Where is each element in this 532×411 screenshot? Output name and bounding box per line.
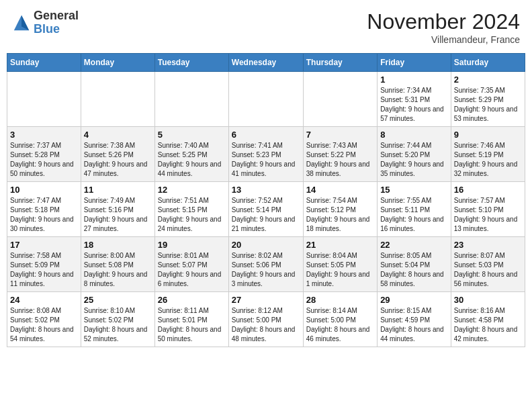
day-info: Sunrise: 8:07 AM Sunset: 5:03 PM Dayligh…: [454, 251, 522, 289]
calendar-day-cell: 22Sunrise: 8:05 AM Sunset: 5:04 PM Dayli…: [378, 237, 451, 292]
day-number: 8: [380, 130, 448, 140]
calendar-day-cell: 16Sunrise: 7:57 AM Sunset: 5:10 PM Dayli…: [451, 182, 525, 237]
calendar-day-cell: 19Sunrise: 8:01 AM Sunset: 5:07 PM Dayli…: [154, 237, 228, 292]
day-info: Sunrise: 7:41 AM Sunset: 5:23 PM Dayligh…: [232, 141, 300, 179]
calendar-day-cell: [81, 72, 154, 127]
day-info: Sunrise: 8:00 AM Sunset: 5:08 PM Dayligh…: [84, 251, 152, 289]
calendar-day-cell: [7, 72, 81, 127]
day-number: 22: [380, 240, 448, 250]
day-info: Sunrise: 7:47 AM Sunset: 5:18 PM Dayligh…: [10, 196, 78, 234]
day-number: 17: [10, 240, 78, 250]
day-number: 9: [454, 130, 522, 140]
day-number: 16: [454, 185, 522, 195]
weekday-header-saturday: Saturday: [451, 54, 525, 72]
day-info: Sunrise: 7:58 AM Sunset: 5:09 PM Dayligh…: [10, 251, 78, 289]
day-info: Sunrise: 7:43 AM Sunset: 5:22 PM Dayligh…: [306, 141, 374, 179]
day-number: 10: [10, 185, 78, 195]
day-number: 30: [454, 295, 522, 305]
day-info: Sunrise: 8:08 AM Sunset: 5:02 PM Dayligh…: [10, 306, 78, 344]
calendar-week-5: 24Sunrise: 8:08 AM Sunset: 5:02 PM Dayli…: [7, 292, 525, 347]
calendar-day-cell: 26Sunrise: 8:11 AM Sunset: 5:01 PM Dayli…: [154, 292, 228, 347]
day-info: Sunrise: 8:05 AM Sunset: 5:04 PM Dayligh…: [380, 251, 448, 289]
calendar-week-1: 1Sunrise: 7:34 AM Sunset: 5:31 PM Daylig…: [7, 72, 525, 127]
calendar-day-cell: 15Sunrise: 7:55 AM Sunset: 5:11 PM Dayli…: [378, 182, 451, 237]
day-number: 13: [232, 185, 300, 195]
day-info: Sunrise: 7:46 AM Sunset: 5:19 PM Dayligh…: [454, 141, 522, 179]
calendar-day-cell: 12Sunrise: 7:51 AM Sunset: 5:15 PM Dayli…: [154, 182, 228, 237]
day-info: Sunrise: 7:40 AM Sunset: 5:25 PM Dayligh…: [158, 141, 226, 179]
day-info: Sunrise: 8:02 AM Sunset: 5:06 PM Dayligh…: [232, 251, 300, 289]
day-number: 23: [454, 240, 522, 250]
calendar-day-cell: 17Sunrise: 7:58 AM Sunset: 5:09 PM Dayli…: [7, 237, 81, 292]
calendar-day-cell: 4Sunrise: 7:38 AM Sunset: 5:26 PM Daylig…: [81, 127, 154, 182]
calendar-week-2: 3Sunrise: 7:37 AM Sunset: 5:28 PM Daylig…: [7, 127, 525, 182]
weekday-header-monday: Monday: [81, 54, 154, 72]
day-info: Sunrise: 7:49 AM Sunset: 5:16 PM Dayligh…: [84, 196, 152, 234]
weekday-header-wednesday: Wednesday: [228, 54, 303, 72]
day-number: 24: [10, 295, 78, 305]
day-number: 18: [84, 240, 152, 250]
day-number: 3: [10, 130, 78, 140]
calendar-day-cell: 7Sunrise: 7:43 AM Sunset: 5:22 PM Daylig…: [303, 127, 377, 182]
day-info: Sunrise: 7:54 AM Sunset: 5:12 PM Dayligh…: [306, 196, 374, 234]
day-number: 28: [306, 295, 374, 305]
day-info: Sunrise: 7:44 AM Sunset: 5:20 PM Dayligh…: [380, 141, 448, 179]
day-info: Sunrise: 7:52 AM Sunset: 5:14 PM Dayligh…: [232, 196, 300, 234]
calendar-day-cell: [303, 72, 377, 127]
day-info: Sunrise: 7:57 AM Sunset: 5:10 PM Dayligh…: [454, 196, 522, 234]
day-number: 26: [158, 295, 226, 305]
calendar-day-cell: 23Sunrise: 8:07 AM Sunset: 5:03 PM Dayli…: [451, 237, 525, 292]
day-info: Sunrise: 7:37 AM Sunset: 5:28 PM Dayligh…: [10, 141, 78, 179]
calendar-day-cell: 6Sunrise: 7:41 AM Sunset: 5:23 PM Daylig…: [228, 127, 303, 182]
day-number: 11: [84, 185, 152, 195]
calendar-day-cell: 1Sunrise: 7:34 AM Sunset: 5:31 PM Daylig…: [378, 72, 451, 127]
day-number: 12: [158, 185, 226, 195]
day-number: 25: [84, 295, 152, 305]
calendar-day-cell: 18Sunrise: 8:00 AM Sunset: 5:08 PM Dayli…: [81, 237, 154, 292]
calendar-day-cell: 8Sunrise: 7:44 AM Sunset: 5:20 PM Daylig…: [378, 127, 451, 182]
logo-icon: [12, 13, 31, 32]
calendar-day-cell: [228, 72, 303, 127]
location-subtitle: Villemandeur, France: [367, 34, 520, 45]
calendar-day-cell: 28Sunrise: 8:14 AM Sunset: 5:00 PM Dayli…: [303, 292, 377, 347]
calendar-day-cell: 5Sunrise: 7:40 AM Sunset: 5:25 PM Daylig…: [154, 127, 228, 182]
logo-blue-text: Blue: [34, 23, 79, 36]
calendar-day-cell: 24Sunrise: 8:08 AM Sunset: 5:02 PM Dayli…: [7, 292, 81, 347]
day-number: 15: [380, 185, 448, 195]
calendar-week-4: 17Sunrise: 7:58 AM Sunset: 5:09 PM Dayli…: [7, 237, 525, 292]
calendar-day-cell: 29Sunrise: 8:15 AM Sunset: 4:59 PM Dayli…: [378, 292, 451, 347]
day-number: 20: [232, 240, 300, 250]
calendar-day-cell: [154, 72, 228, 127]
weekday-header-tuesday: Tuesday: [154, 54, 228, 72]
calendar-day-cell: 20Sunrise: 8:02 AM Sunset: 5:06 PM Dayli…: [228, 237, 303, 292]
calendar-day-cell: 30Sunrise: 8:16 AM Sunset: 4:58 PM Dayli…: [451, 292, 525, 347]
day-number: 19: [158, 240, 226, 250]
day-info: Sunrise: 7:51 AM Sunset: 5:15 PM Dayligh…: [158, 196, 226, 234]
day-number: 2: [454, 75, 522, 85]
calendar-day-cell: 13Sunrise: 7:52 AM Sunset: 5:14 PM Dayli…: [228, 182, 303, 237]
weekday-header-row: SundayMondayTuesdayWednesdayThursdayFrid…: [7, 54, 525, 72]
day-number: 5: [158, 130, 226, 140]
day-number: 14: [306, 185, 374, 195]
calendar-day-cell: 9Sunrise: 7:46 AM Sunset: 5:19 PM Daylig…: [451, 127, 525, 182]
day-info: Sunrise: 8:15 AM Sunset: 4:59 PM Dayligh…: [380, 306, 448, 344]
day-number: 7: [306, 130, 374, 140]
day-info: Sunrise: 7:35 AM Sunset: 5:29 PM Dayligh…: [454, 86, 522, 124]
weekday-header-sunday: Sunday: [7, 54, 81, 72]
day-info: Sunrise: 7:38 AM Sunset: 5:26 PM Dayligh…: [84, 141, 152, 179]
day-info: Sunrise: 7:34 AM Sunset: 5:31 PM Dayligh…: [380, 86, 448, 124]
day-number: 29: [380, 295, 448, 305]
month-title: November 2024: [367, 9, 520, 34]
weekday-header-thursday: Thursday: [303, 54, 377, 72]
logo-general-text: General: [34, 9, 79, 23]
calendar-day-cell: 2Sunrise: 7:35 AM Sunset: 5:29 PM Daylig…: [451, 72, 525, 127]
day-number: 4: [84, 130, 152, 140]
page-header: General Blue November 2024 Villemandeur,…: [7, 7, 525, 48]
day-info: Sunrise: 8:12 AM Sunset: 5:00 PM Dayligh…: [232, 306, 300, 344]
day-info: Sunrise: 7:55 AM Sunset: 5:11 PM Dayligh…: [380, 196, 448, 234]
calendar-week-3: 10Sunrise: 7:47 AM Sunset: 5:18 PM Dayli…: [7, 182, 525, 237]
calendar-day-cell: 14Sunrise: 7:54 AM Sunset: 5:12 PM Dayli…: [303, 182, 377, 237]
day-info: Sunrise: 8:10 AM Sunset: 5:02 PM Dayligh…: [84, 306, 152, 344]
calendar-header: SundayMondayTuesdayWednesdayThursdayFrid…: [7, 54, 525, 72]
logo-text: General Blue: [34, 9, 79, 36]
